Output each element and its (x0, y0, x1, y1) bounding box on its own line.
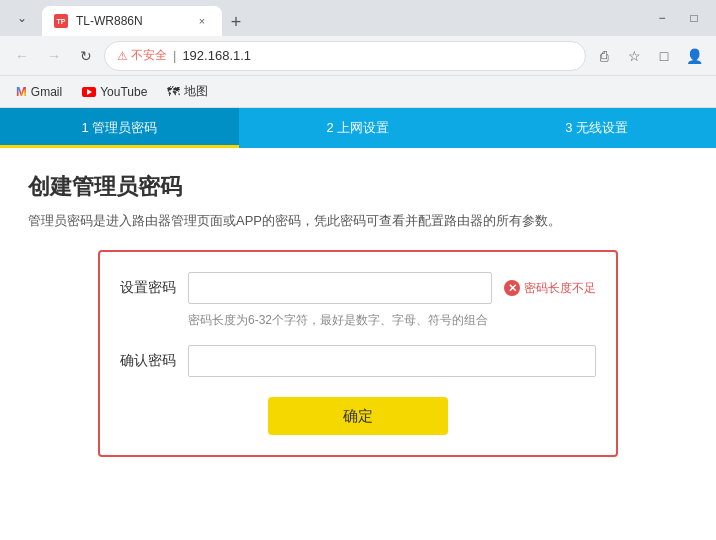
new-tab-button[interactable]: + (222, 8, 250, 36)
page-content: 1 管理员密码 2 上网设置 3 无线设置 创建管理员密码 管理员密码是进入路由… (0, 108, 716, 540)
minimize-button[interactable]: − (648, 4, 676, 32)
favicon-text: TP (57, 18, 66, 25)
step-1-indicator (0, 145, 239, 148)
browser-toolbar: ← → ↻ ⚠ 不安全 | 192.168.1.1 ⎙ ☆ □ 👤 (0, 36, 716, 76)
step-2-label: 2 上网设置 (327, 119, 390, 137)
bookmark-youtube[interactable]: YouTube (74, 81, 155, 103)
step-1[interactable]: 1 管理员密码 (0, 108, 239, 148)
confirm-input[interactable] (188, 345, 596, 377)
confirm-row: 确认密码 (120, 345, 596, 377)
youtube-icon (82, 87, 96, 97)
bookmark-maps[interactable]: 🗺 地图 (159, 79, 216, 104)
page-title: 创建管理员密码 (28, 172, 688, 202)
step-3[interactable]: 3 无线设置 (477, 108, 716, 148)
tab-title: TL-WR886N (76, 14, 143, 28)
forward-button[interactable]: → (40, 42, 68, 70)
bookmark-button[interactable]: ☆ (620, 42, 648, 70)
maps-label: 地图 (184, 83, 208, 100)
step-1-label: 1 管理员密码 (81, 119, 157, 137)
password-row: 设置密码 ✕ 密码长度不足 (120, 272, 596, 304)
steps-bar: 1 管理员密码 2 上网设置 3 无线设置 (0, 108, 716, 148)
password-input[interactable] (188, 272, 492, 304)
share-button[interactable]: ⎙ (590, 42, 618, 70)
gmail-label: Gmail (31, 85, 62, 99)
gmail-icon: M (16, 84, 27, 99)
bookmark-gmail[interactable]: M Gmail (8, 80, 70, 103)
maximize-button[interactable]: □ (680, 4, 708, 32)
youtube-play-icon (87, 89, 92, 95)
window-action-controls: − □ (648, 4, 708, 32)
tab-favicon: TP (54, 14, 68, 28)
address-text: 192.168.1.1 (182, 48, 251, 63)
error-text: 密码长度不足 (524, 280, 596, 297)
window-controls: ⌄ (8, 4, 36, 32)
active-tab[interactable]: TP TL-WR886N × (42, 6, 222, 36)
main-content: 创建管理员密码 管理员密码是进入路由器管理页面或APP的密码，凭此密码可查看并配… (0, 148, 716, 540)
security-warning: ⚠ 不安全 (117, 47, 167, 64)
password-label: 设置密码 (120, 279, 176, 297)
error-icon: ✕ (504, 280, 520, 296)
warning-text: 不安全 (131, 47, 167, 64)
submit-button[interactable]: 确定 (268, 397, 448, 435)
back-button[interactable]: ← (8, 42, 36, 70)
chevron-down-btn[interactable]: ⌄ (8, 4, 36, 32)
tab-manager-button[interactable]: □ (650, 42, 678, 70)
error-badge: ✕ 密码长度不足 (504, 280, 596, 297)
step-2[interactable]: 2 上网设置 (239, 108, 478, 148)
tab-area: TP TL-WR886N × + (42, 0, 642, 36)
reload-button[interactable]: ↻ (72, 42, 100, 70)
tab-close-button[interactable]: × (194, 13, 210, 29)
page-description: 管理员密码是进入路由器管理页面或APP的密码，凭此密码可查看并配置路由器的所有参… (28, 212, 688, 230)
hint-text: 密码长度为6-32个字符，最好是数字、字母、符号的组合 (188, 312, 596, 329)
toolbar-icons: ⎙ ☆ □ 👤 (590, 42, 708, 70)
step-3-label: 3 无线设置 (565, 119, 628, 137)
bookmarks-bar: M Gmail YouTube 🗺 地图 (0, 76, 716, 108)
confirm-label: 确认密码 (120, 352, 176, 370)
browser-titlebar: ⌄ TP TL-WR886N × + − □ (0, 0, 716, 36)
youtube-label: YouTube (100, 85, 147, 99)
form-card: 设置密码 ✕ 密码长度不足 密码长度为6-32个字符，最好是数字、字母、符号的组… (98, 250, 618, 457)
maps-icon: 🗺 (167, 84, 180, 99)
address-bar[interactable]: ⚠ 不安全 | 192.168.1.1 (104, 41, 586, 71)
warning-icon: ⚠ (117, 49, 128, 63)
profile-button[interactable]: 👤 (680, 42, 708, 70)
